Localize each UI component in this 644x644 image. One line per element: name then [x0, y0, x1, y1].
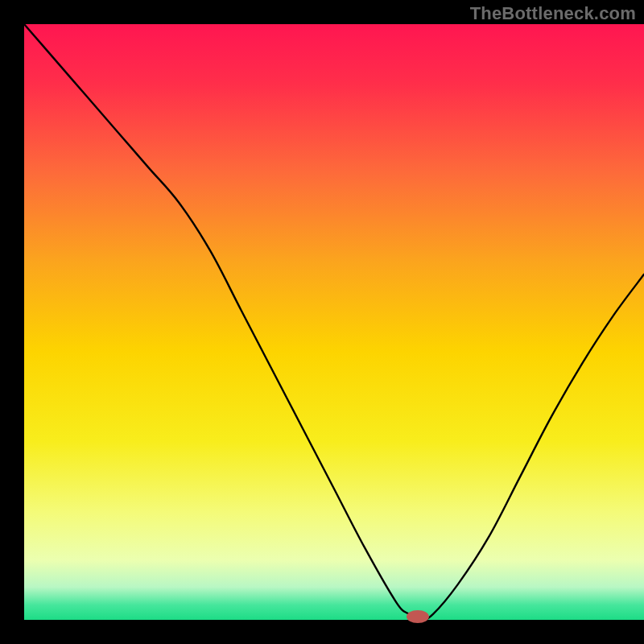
bottleneck-chart	[0, 0, 644, 644]
plot-background	[24, 24, 644, 620]
chart-frame: { "watermark": "TheBottleneck.com", "plo…	[0, 0, 644, 644]
minimum-marker	[407, 610, 429, 623]
watermark-text: TheBottleneck.com	[470, 3, 636, 24]
